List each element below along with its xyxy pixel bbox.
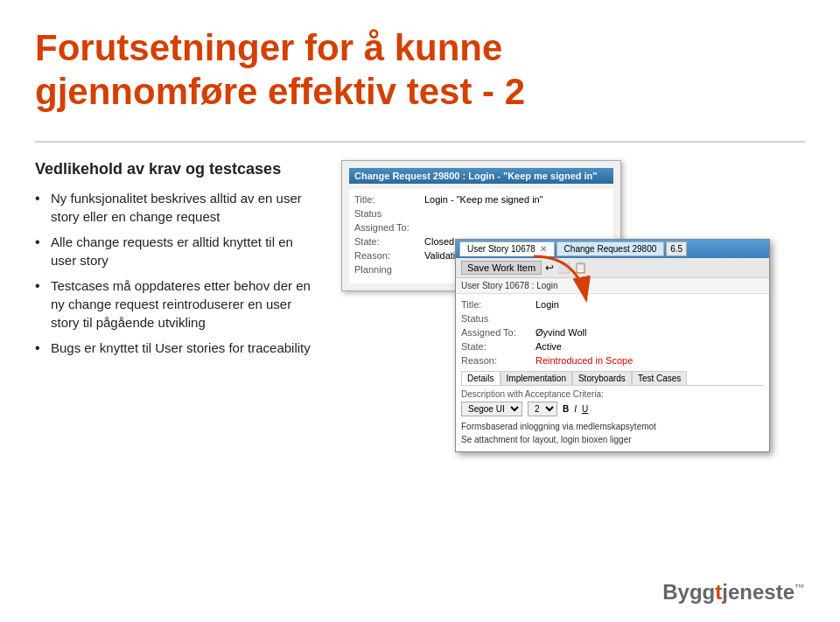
tab-test-cases[interactable]: Test Cases bbox=[632, 371, 687, 385]
us-desc-toolbar: Segoe UI 2 B I U bbox=[461, 402, 764, 416]
font-family-select[interactable]: Segoe UI bbox=[461, 402, 522, 416]
underline-icon[interactable]: U bbox=[582, 404, 588, 414]
list-item: Bugs er knyttet til User stories for tra… bbox=[35, 339, 315, 357]
us-tabs-bar: User Story 10678 ✕ Change Request 29800 … bbox=[456, 240, 769, 258]
cr-label: Status bbox=[354, 208, 424, 219]
logo-jeneste: jeneste bbox=[722, 580, 794, 604]
cr-field-row: Title: Login - "Keep me signed in" bbox=[354, 194, 608, 205]
main-container: Forutsetninger for å kunne gjennomføre e… bbox=[0, 0, 840, 622]
us-assigned-row: Assigned To: Øyvind Woll bbox=[461, 327, 764, 338]
us-breadcrumb: User Story 10678 : Login bbox=[456, 278, 769, 294]
bullet-list: Ny funksjonalitet beskrives alltid av en… bbox=[35, 189, 315, 357]
logo-bygg: Bygg bbox=[662, 580, 715, 604]
cr-label: State: bbox=[354, 236, 424, 247]
cr-label: Assigned To: bbox=[354, 222, 424, 233]
tab-details[interactable]: Details bbox=[461, 371, 500, 385]
cr-label: Planning bbox=[354, 264, 424, 275]
title-line1: Forutsetninger for å kunne bbox=[35, 27, 502, 68]
section-heading: Vedlikehold av krav og testcases bbox=[35, 160, 315, 178]
cr-field-row: Status bbox=[354, 208, 608, 219]
us-title-row: Title: Login bbox=[461, 299, 764, 310]
cr-dialog-title-bar: Change Request 29800 : Login - "Keep me … bbox=[349, 168, 613, 184]
italic-icon[interactable]: I bbox=[574, 404, 577, 414]
us-toolbar: Save Work Item ↩ ⬜ 📋 bbox=[456, 258, 769, 278]
cr-label: Title: bbox=[354, 194, 424, 205]
us-reason-row: Reason: Reintroduced in Scope bbox=[461, 355, 764, 366]
cr-value: Login - "Keep me signed in" bbox=[424, 194, 543, 205]
us-status-row: Status bbox=[461, 313, 764, 324]
us-assigned-label: Assigned To: bbox=[461, 327, 536, 338]
us-state-label: State: bbox=[461, 341, 536, 352]
tab-implementation[interactable]: Implementation bbox=[500, 371, 572, 385]
bold-icon[interactable]: B bbox=[563, 404, 569, 414]
title-line2: gjennomføre effektiv test - 2 bbox=[35, 71, 525, 112]
us-reason-label: Reason: bbox=[461, 355, 536, 366]
list-item: Testcases må oppdateres etter behov der … bbox=[35, 276, 315, 332]
us-tab-score: 6.5 bbox=[666, 241, 687, 256]
list-item: Alle change requests er alltid knyttet t… bbox=[35, 233, 315, 269]
us-state-value: Active bbox=[536, 341, 562, 352]
list-item: Ny funksjonalitet beskrives alltid av en… bbox=[35, 189, 315, 226]
us-assigned-value: Øyvind Woll bbox=[536, 327, 586, 338]
left-panel: Vedlikehold av krav og testcases Ny funk… bbox=[35, 160, 315, 364]
font-size-select[interactable]: 2 bbox=[528, 402, 557, 416]
us-reason-value: Reintroduced in Scope bbox=[536, 355, 633, 366]
us-state-row: State: Active bbox=[461, 341, 764, 352]
us-desc-label: Description with Acceptance Criteria: bbox=[461, 389, 764, 399]
cr-state-value: Closed bbox=[424, 236, 454, 247]
tab-storyboards[interactable]: Storyboards bbox=[572, 371, 632, 385]
bottom-logo: Byggtjeneste™ bbox=[662, 580, 805, 605]
us-desc-section: Description with Acceptance Criteria: Se… bbox=[461, 389, 764, 446]
cr-field-row: Assigned To: bbox=[354, 222, 608, 233]
main-title: Forutsetninger for å kunne gjennomføre e… bbox=[35, 26, 805, 115]
separator-line bbox=[35, 141, 805, 143]
title-section: Forutsetninger for å kunne gjennomføre e… bbox=[35, 26, 805, 115]
us-dialog: User Story 10678 ✕ Change Request 29800 … bbox=[455, 239, 770, 452]
us-details-tabs: Details Implementation Storyboards Test … bbox=[461, 371, 764, 386]
us-desc-text: Formsbaserad inloggning via medlemskapsy… bbox=[461, 420, 764, 446]
cr-label: Reason: bbox=[354, 250, 424, 261]
us-content: Title: Login Status Assigned To: Øyvind … bbox=[456, 294, 769, 451]
arrow-icon bbox=[516, 248, 604, 318]
content-area: Vedlikehold av krav og testcases Ny funk… bbox=[35, 160, 805, 493]
right-panel: Change Request 29800 : Login - "Keep me … bbox=[341, 160, 805, 493]
logo-tm: ™ bbox=[794, 582, 805, 594]
